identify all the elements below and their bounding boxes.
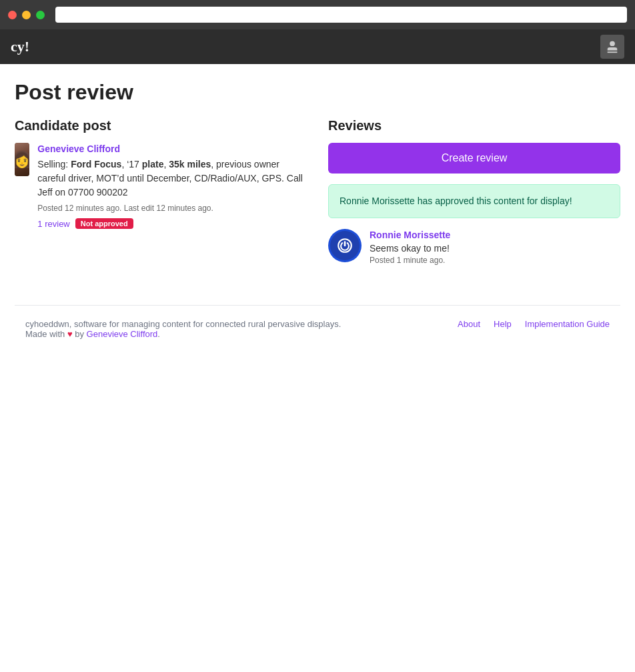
review-meta: Posted 1 minute ago. xyxy=(370,256,450,265)
maximize-button[interactable] xyxy=(36,11,45,19)
titlebar xyxy=(0,0,635,29)
footer: cyhoeddwn, software for managing content… xyxy=(15,305,620,352)
post-card: Genevieve Clifford Selling: Ford Focus, … xyxy=(15,143,307,229)
not-approved-badge: Not approved xyxy=(75,218,133,229)
svg-point-0 xyxy=(610,41,614,46)
footer-description: cyhoeddwn, software for managing content… xyxy=(25,319,341,329)
power-svg-icon xyxy=(336,237,354,254)
reviewer-name-link[interactable]: Ronnie Morissette xyxy=(370,230,450,240)
minimize-button[interactable] xyxy=(22,11,31,19)
post-reviews-row: 1 review Not approved xyxy=(37,218,307,229)
brand-logo[interactable]: cy! xyxy=(11,38,29,55)
content-grid: Candidate post Genevieve Clifford Sellin… xyxy=(15,118,620,265)
post-author-link[interactable]: Genevieve Clifford xyxy=(37,143,120,154)
post-review-count-link[interactable]: 1 review xyxy=(37,219,69,229)
url-bar[interactable] xyxy=(55,7,627,23)
footer-nav-about[interactable]: About xyxy=(458,319,480,329)
footer-nav-help[interactable]: Help xyxy=(494,319,512,329)
post-text-content: Selling: Ford Focus, ‘17 plate, 35k mile… xyxy=(37,159,303,198)
user-menu-button[interactable] xyxy=(600,35,624,59)
reviewer-avatar xyxy=(328,229,362,262)
heart-icon: ♥ xyxy=(67,329,75,339)
review-body: Ronnie Morissette Seems okay to me! Post… xyxy=(370,229,450,265)
create-review-button[interactable]: Create review xyxy=(328,143,620,174)
post-text: Selling: Ford Focus, ‘17 plate, 35k mile… xyxy=(37,157,307,200)
review-item: Ronnie Morissette Seems okay to me! Post… xyxy=(328,229,620,265)
footer-left: cyhoeddwn, software for managing content… xyxy=(25,319,341,339)
made-with-text: Made with xyxy=(25,329,65,339)
navbar: cy! xyxy=(0,29,635,64)
footer-nav: About Help Implementation Guide xyxy=(458,319,610,329)
approval-message: Ronnie Morissette has approved this cont… xyxy=(340,194,609,208)
post-author-avatar xyxy=(15,143,29,176)
main-content: Post review Candidate post Genevieve Cli… xyxy=(4,64,631,368)
page-title: Post review xyxy=(15,80,620,105)
post-meta: Posted 12 minutes ago. Last edit 12 minu… xyxy=(37,204,307,213)
footer-author-link[interactable]: Genevieve Clifford xyxy=(87,329,158,339)
by-text: by xyxy=(75,329,84,339)
candidate-post-panel: Candidate post Genevieve Clifford Sellin… xyxy=(15,118,307,229)
svg-rect-1 xyxy=(608,48,618,49)
reviews-panel: Reviews Create review Ronnie Morissette … xyxy=(328,118,620,265)
close-button[interactable] xyxy=(8,11,17,19)
footer-made-with: Made with ♥ by Genevieve Clifford. xyxy=(25,329,341,339)
reviews-title: Reviews xyxy=(328,118,620,133)
footer-nav-implementation-guide[interactable]: Implementation Guide xyxy=(525,319,610,329)
approval-banner: Ronnie Morissette has approved this cont… xyxy=(328,184,620,218)
user-icon xyxy=(605,39,620,54)
review-text: Seems okay to me! xyxy=(370,243,450,254)
power-icon xyxy=(330,231,360,260)
post-body: Genevieve Clifford Selling: Ford Focus, … xyxy=(37,143,307,229)
candidate-post-title: Candidate post xyxy=(15,118,307,133)
